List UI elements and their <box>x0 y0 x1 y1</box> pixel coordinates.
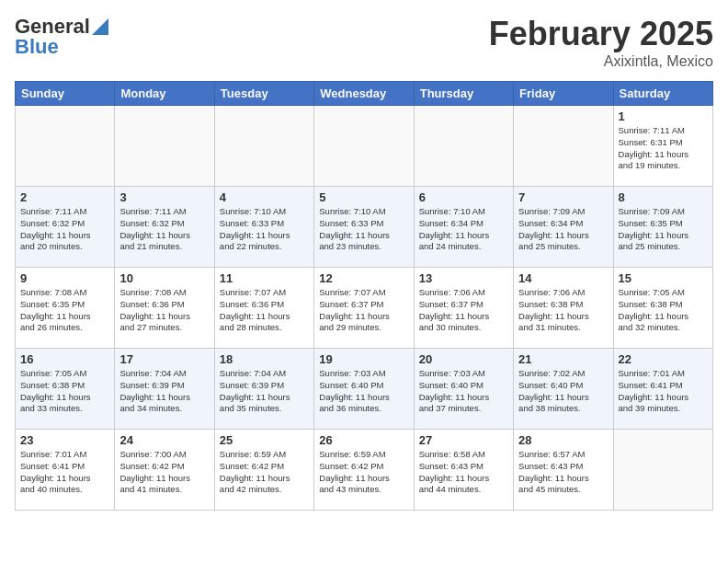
day-info: Sunrise: 7:05 AM Sunset: 6:38 PM Dayligh… <box>20 368 109 415</box>
calendar-day-cell: 14Sunrise: 7:06 AM Sunset: 6:38 PM Dayli… <box>514 268 613 349</box>
day-info: Sunrise: 7:10 AM Sunset: 6:33 PM Dayligh… <box>319 206 408 253</box>
header-monday: Monday <box>115 82 214 106</box>
calendar-day-cell: 26Sunrise: 6:59 AM Sunset: 6:42 PM Dayli… <box>314 430 414 511</box>
day-info: Sunrise: 7:05 AM Sunset: 6:38 PM Dayligh… <box>619 287 708 334</box>
calendar-day-cell <box>214 106 313 187</box>
day-number: 25 <box>220 433 309 447</box>
calendar-day-cell: 13Sunrise: 7:06 AM Sunset: 6:37 PM Dayli… <box>414 268 513 349</box>
calendar-week-row: 9Sunrise: 7:08 AM Sunset: 6:35 PM Daylig… <box>16 268 713 349</box>
calendar-day-cell: 17Sunrise: 7:04 AM Sunset: 6:39 PM Dayli… <box>115 349 214 430</box>
day-number: 26 <box>319 433 408 447</box>
day-info: Sunrise: 7:01 AM Sunset: 6:41 PM Dayligh… <box>619 368 708 415</box>
header-friday: Friday <box>514 82 613 106</box>
day-info: Sunrise: 7:07 AM Sunset: 6:36 PM Dayligh… <box>220 287 309 334</box>
day-number: 20 <box>419 352 508 366</box>
day-number: 23 <box>20 433 109 447</box>
calendar-day-cell: 10Sunrise: 7:08 AM Sunset: 6:36 PM Dayli… <box>115 268 214 349</box>
day-number: 27 <box>419 433 508 447</box>
logo-triangle-icon <box>92 18 108 35</box>
calendar-week-row: 2Sunrise: 7:11 AM Sunset: 6:32 PM Daylig… <box>16 187 713 268</box>
day-number: 12 <box>319 271 408 285</box>
day-info: Sunrise: 7:09 AM Sunset: 6:34 PM Dayligh… <box>518 206 608 253</box>
calendar-day-cell: 3Sunrise: 7:11 AM Sunset: 6:32 PM Daylig… <box>115 187 214 268</box>
day-number: 19 <box>319 352 408 366</box>
calendar-day-cell: 18Sunrise: 7:04 AM Sunset: 6:39 PM Dayli… <box>214 349 313 430</box>
header-wednesday: Wednesday <box>314 82 414 106</box>
calendar-day-cell: 22Sunrise: 7:01 AM Sunset: 6:41 PM Dayli… <box>613 349 712 430</box>
day-info: Sunrise: 7:07 AM Sunset: 6:37 PM Dayligh… <box>319 287 408 334</box>
calendar-day-cell: 19Sunrise: 7:03 AM Sunset: 6:40 PM Dayli… <box>314 349 414 430</box>
logo-blue: Blue <box>15 35 59 59</box>
day-number: 7 <box>518 190 608 204</box>
day-info: Sunrise: 7:11 AM Sunset: 6:32 PM Dayligh… <box>119 206 209 253</box>
calendar-day-cell: 7Sunrise: 7:09 AM Sunset: 6:34 PM Daylig… <box>514 187 613 268</box>
calendar-day-cell: 12Sunrise: 7:07 AM Sunset: 6:37 PM Dayli… <box>314 268 414 349</box>
calendar-day-cell: 15Sunrise: 7:05 AM Sunset: 6:38 PM Dayli… <box>613 268 712 349</box>
day-number: 5 <box>319 190 408 204</box>
day-info: Sunrise: 7:08 AM Sunset: 6:35 PM Dayligh… <box>20 287 109 334</box>
calendar-day-cell: 2Sunrise: 7:11 AM Sunset: 6:32 PM Daylig… <box>16 187 115 268</box>
calendar-day-cell: 5Sunrise: 7:10 AM Sunset: 6:33 PM Daylig… <box>314 187 414 268</box>
day-info: Sunrise: 7:06 AM Sunset: 6:37 PM Dayligh… <box>419 287 508 334</box>
calendar-day-cell <box>314 106 414 187</box>
calendar-day-cell <box>613 430 712 511</box>
calendar-day-cell: 16Sunrise: 7:05 AM Sunset: 6:38 PM Dayli… <box>16 349 115 430</box>
day-info: Sunrise: 7:02 AM Sunset: 6:40 PM Dayligh… <box>518 368 608 415</box>
day-number: 24 <box>119 433 209 447</box>
day-number: 3 <box>119 190 209 204</box>
calendar-day-cell <box>115 106 214 187</box>
day-number: 10 <box>119 271 209 285</box>
calendar-day-cell <box>414 106 513 187</box>
calendar-day-cell: 21Sunrise: 7:02 AM Sunset: 6:40 PM Dayli… <box>514 349 613 430</box>
calendar-day-cell: 4Sunrise: 7:10 AM Sunset: 6:33 PM Daylig… <box>214 187 313 268</box>
calendar-body: 1Sunrise: 7:11 AM Sunset: 6:31 PM Daylig… <box>16 106 713 511</box>
calendar-day-cell: 23Sunrise: 7:01 AM Sunset: 6:41 PM Dayli… <box>16 430 115 511</box>
day-number: 9 <box>20 271 109 285</box>
day-info: Sunrise: 7:10 AM Sunset: 6:34 PM Dayligh… <box>419 206 508 253</box>
day-number: 28 <box>518 433 608 447</box>
calendar-table: SundayMondayTuesdayWednesdayThursdayFrid… <box>15 81 713 511</box>
calendar-day-cell <box>16 106 115 187</box>
title-block: February 2025 Axixintla, Mexico <box>489 15 713 70</box>
day-info: Sunrise: 7:04 AM Sunset: 6:39 PM Dayligh… <box>220 368 309 415</box>
day-info: Sunrise: 7:00 AM Sunset: 6:42 PM Dayligh… <box>119 449 209 496</box>
day-number: 1 <box>619 109 708 123</box>
calendar-day-cell: 8Sunrise: 7:09 AM Sunset: 6:35 PM Daylig… <box>613 187 712 268</box>
calendar-day-cell: 27Sunrise: 6:58 AM Sunset: 6:43 PM Dayli… <box>414 430 513 511</box>
calendar-day-cell: 9Sunrise: 7:08 AM Sunset: 6:35 PM Daylig… <box>16 268 115 349</box>
calendar-day-cell: 25Sunrise: 6:59 AM Sunset: 6:42 PM Dayli… <box>214 430 313 511</box>
day-number: 2 <box>20 190 109 204</box>
day-info: Sunrise: 7:11 AM Sunset: 6:32 PM Dayligh… <box>20 206 109 253</box>
month-title: February 2025 <box>489 15 713 53</box>
header-tuesday: Tuesday <box>214 82 313 106</box>
day-number: 13 <box>419 271 508 285</box>
day-number: 11 <box>220 271 309 285</box>
header-thursday: Thursday <box>414 82 513 106</box>
page-header: General Blue February 2025 Axixintla, Me… <box>15 15 713 70</box>
day-info: Sunrise: 7:06 AM Sunset: 6:38 PM Dayligh… <box>518 287 608 334</box>
day-number: 15 <box>619 271 708 285</box>
calendar-day-cell: 24Sunrise: 7:00 AM Sunset: 6:42 PM Dayli… <box>115 430 214 511</box>
day-info: Sunrise: 7:08 AM Sunset: 6:36 PM Dayligh… <box>119 287 209 334</box>
day-number: 8 <box>619 190 708 204</box>
day-info: Sunrise: 7:11 AM Sunset: 6:31 PM Dayligh… <box>619 125 708 172</box>
calendar-week-row: 1Sunrise: 7:11 AM Sunset: 6:31 PM Daylig… <box>16 106 713 187</box>
day-info: Sunrise: 7:04 AM Sunset: 6:39 PM Dayligh… <box>119 368 209 415</box>
day-info: Sunrise: 6:58 AM Sunset: 6:43 PM Dayligh… <box>419 449 508 496</box>
header-sunday: Sunday <box>16 82 115 106</box>
calendar-day-cell <box>514 106 613 187</box>
day-number: 6 <box>419 190 508 204</box>
day-number: 17 <box>119 352 209 366</box>
day-info: Sunrise: 7:10 AM Sunset: 6:33 PM Dayligh… <box>220 206 309 253</box>
day-info: Sunrise: 6:59 AM Sunset: 6:42 PM Dayligh… <box>220 449 309 496</box>
day-info: Sunrise: 7:03 AM Sunset: 6:40 PM Dayligh… <box>419 368 508 415</box>
day-info: Sunrise: 6:59 AM Sunset: 6:42 PM Dayligh… <box>319 449 408 496</box>
location: Axixintla, Mexico <box>489 53 713 70</box>
header-saturday: Saturday <box>613 82 712 106</box>
logo: General Blue <box>15 15 108 59</box>
day-number: 16 <box>20 352 109 366</box>
calendar-week-row: 23Sunrise: 7:01 AM Sunset: 6:41 PM Dayli… <box>16 430 713 511</box>
day-number: 22 <box>619 352 708 366</box>
calendar-day-cell: 1Sunrise: 7:11 AM Sunset: 6:31 PM Daylig… <box>613 106 712 187</box>
calendar-week-row: 16Sunrise: 7:05 AM Sunset: 6:38 PM Dayli… <box>16 349 713 430</box>
